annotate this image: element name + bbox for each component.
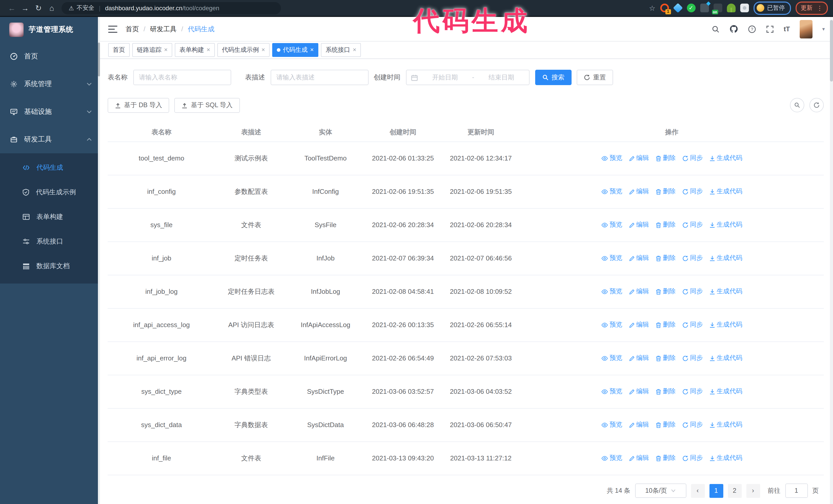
github-icon[interactable] [729, 25, 738, 33]
page-1-button[interactable]: 1 [709, 484, 723, 498]
delete-link[interactable]: 删除 [656, 287, 675, 297]
tab-codegen-example[interactable]: 代码生成示例× [217, 43, 270, 57]
sync-link[interactable]: 同步 [682, 420, 703, 430]
address-bar[interactable]: ⚠不安全 | dashboard.yudao.iocoder.cn/tool/c… [62, 2, 281, 14]
edit-link[interactable]: 编辑 [629, 287, 649, 297]
fullscreen-icon[interactable] [766, 25, 774, 33]
browser-menu-icon[interactable]: ⋮ [816, 4, 823, 11]
sidebar-item-codegen[interactable]: 代码生成 [0, 155, 100, 180]
delete-link[interactable]: 删除 [656, 254, 675, 264]
preview-link[interactable]: 预览 [601, 220, 622, 230]
generate-code-link[interactable]: 生成代码 [710, 420, 742, 430]
sidebar-item-dev-tools[interactable]: 研发工具 [0, 126, 100, 153]
close-icon[interactable]: × [261, 44, 265, 56]
sidebar-item-db-doc[interactable]: 数据库文档 [0, 254, 100, 279]
browser-back-icon[interactable]: ← [5, 4, 19, 12]
close-icon[interactable]: × [353, 44, 356, 56]
generate-code-link[interactable]: 生成代码 [710, 454, 742, 463]
generate-code-link[interactable]: 生成代码 [710, 254, 742, 264]
sidebar-item-system-api[interactable]: 系统接口 [0, 229, 100, 254]
import-sql-button[interactable]: 基于 SQL 导入 [174, 98, 240, 113]
preview-link[interactable]: 预览 [601, 153, 622, 164]
sidebar-item-form-builder[interactable]: 表单构建 [0, 205, 100, 229]
date-range-picker[interactable]: 开始日期 - 结束日期 [406, 70, 529, 85]
page-url[interactable]: dashboard.yudao.iocoder.cn/tool/codegen [105, 4, 219, 11]
sidebar-toggle-icon[interactable] [108, 25, 117, 32]
profile-paused-chip[interactable]: 已暂停 [753, 1, 791, 15]
extension-columns-icon[interactable] [700, 4, 709, 12]
tab-home[interactable]: 首页 [108, 43, 130, 57]
browser-reload-icon[interactable]: ↻ [32, 3, 45, 13]
window-scrollbar[interactable] [830, 17, 833, 504]
generate-code-link[interactable]: 生成代码 [710, 320, 742, 330]
sync-link[interactable]: 同步 [682, 187, 703, 197]
delete-link[interactable]: 删除 [656, 220, 675, 230]
edit-link[interactable]: 编辑 [629, 153, 649, 164]
close-icon[interactable]: × [164, 44, 168, 56]
edit-link[interactable]: 编辑 [629, 454, 649, 463]
delete-link[interactable]: 删除 [656, 354, 675, 363]
sidebar-item-infrastructure[interactable]: 基础设施 [0, 98, 100, 126]
preview-link[interactable]: 预览 [601, 420, 622, 430]
page-size-select[interactable]: 10条/页 [635, 483, 686, 498]
edit-link[interactable]: 编辑 [629, 320, 649, 330]
hide-search-button[interactable] [790, 98, 804, 112]
reset-button[interactable]: 重置 [577, 70, 613, 85]
sidebar-item-home[interactable]: 首页 [0, 43, 100, 70]
font-size-icon[interactable]: tT [784, 25, 790, 33]
edit-link[interactable]: 编辑 [629, 387, 649, 397]
help-icon[interactable]: ? [748, 25, 756, 33]
sidebar-scrollbar-thumb[interactable] [98, 43, 100, 76]
tab-form-builder[interactable]: 表单构建× [175, 43, 215, 57]
security-warning[interactable]: ⚠不安全 [69, 4, 94, 12]
generate-code-link[interactable]: 生成代码 [710, 220, 742, 230]
sync-link[interactable]: 同步 [682, 287, 703, 297]
preview-link[interactable]: 预览 [601, 354, 622, 363]
extensions-puzzle-icon[interactable] [740, 4, 749, 12]
extension-dark-icon[interactable]: on [713, 4, 722, 12]
user-menu-caret-icon[interactable]: ▾ [822, 26, 825, 32]
breadcrumb-home[interactable]: 首页 [125, 24, 139, 33]
next-page-button[interactable]: › [746, 484, 760, 498]
bookmark-star-icon[interactable]: ☆ [649, 4, 656, 12]
page-2-button[interactable]: 2 [728, 484, 741, 498]
app-logo[interactable]: 芋道管理系统 [0, 17, 100, 43]
goto-page-input[interactable] [785, 483, 808, 498]
delete-link[interactable]: 删除 [656, 320, 675, 330]
preview-link[interactable]: 预览 [601, 187, 622, 197]
breadcrumb-dev-tools[interactable]: 研发工具 [150, 24, 176, 33]
extension-check-icon[interactable]: ✓ [687, 4, 695, 12]
window-scrollbar-thumb[interactable] [830, 20, 833, 81]
tab-codegen[interactable]: 代码生成× [272, 43, 318, 57]
sync-link[interactable]: 同步 [682, 354, 703, 363]
generate-code-link[interactable]: 生成代码 [710, 153, 742, 164]
delete-link[interactable]: 删除 [656, 420, 675, 430]
sync-link[interactable]: 同步 [682, 387, 703, 397]
sync-link[interactable]: 同步 [682, 254, 703, 264]
import-db-button[interactable]: 基于 DB 导入 [108, 98, 169, 113]
edit-link[interactable]: 编辑 [629, 420, 649, 430]
delete-link[interactable]: 删除 [656, 454, 675, 463]
delete-link[interactable]: 删除 [656, 387, 675, 397]
table-desc-input[interactable] [271, 70, 368, 85]
edit-link[interactable]: 编辑 [629, 220, 649, 230]
edit-link[interactable]: 编辑 [629, 354, 649, 363]
close-icon[interactable]: × [207, 44, 210, 56]
search-button[interactable]: 搜索 [535, 70, 572, 85]
sidebar-item-system[interactable]: 系统管理 [0, 70, 100, 98]
table-name-input[interactable] [133, 70, 231, 85]
preview-link[interactable]: 预览 [601, 287, 622, 297]
preview-link[interactable]: 预览 [601, 387, 622, 397]
tab-tracing[interactable]: 链路追踪× [132, 43, 172, 57]
search-icon[interactable] [711, 25, 719, 33]
sidebar-item-codegen-example[interactable]: 代码生成示例 [0, 180, 100, 205]
delete-link[interactable]: 删除 [656, 153, 675, 164]
close-icon[interactable]: × [310, 44, 314, 56]
prev-page-button[interactable]: ‹ [691, 484, 705, 498]
preview-link[interactable]: 预览 [601, 320, 622, 330]
edit-link[interactable]: 编辑 [629, 254, 649, 264]
edit-link[interactable]: 编辑 [629, 187, 649, 197]
browser-forward-icon[interactable]: → [19, 4, 32, 12]
generate-code-link[interactable]: 生成代码 [710, 287, 742, 297]
sidebar-scrollbar[interactable] [98, 17, 100, 504]
